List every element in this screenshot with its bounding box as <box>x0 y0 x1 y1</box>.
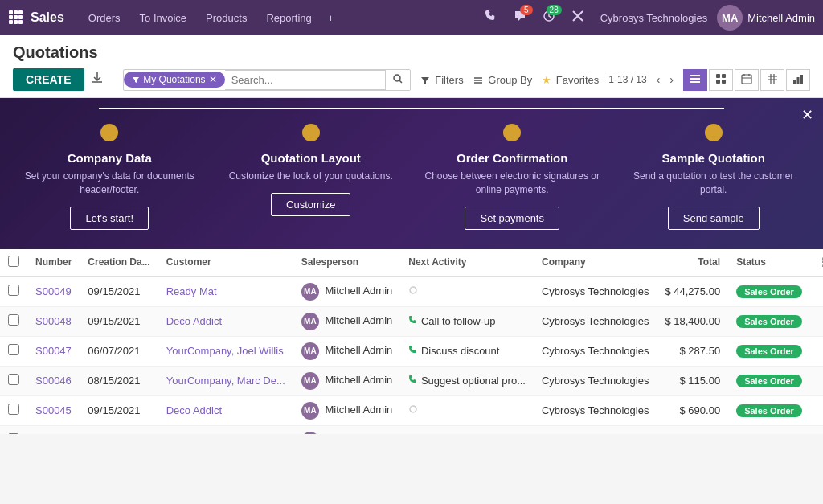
order-number-link[interactable]: S00049 <box>35 285 72 297</box>
pagination-info: 1-13 / 13 <box>608 74 646 85</box>
row-checkbox[interactable] <box>8 314 19 326</box>
row-activity: Suggest optional pro... <box>400 366 534 395</box>
svg-point-20 <box>410 406 416 412</box>
salesperson-avatar: MA <box>301 402 319 420</box>
select-all-checkbox[interactable] <box>8 256 19 267</box>
step-1-button[interactable]: Let's start! <box>70 207 149 230</box>
table-row[interactable]: S00021 09/15/2021 Deco Addict MA Mitchel… <box>0 425 823 434</box>
step-2-desc: Customize the look of your quotations. <box>229 170 393 183</box>
pagination-next[interactable]: › <box>669 73 674 86</box>
wizard-step-1: Company Data Set your company's data for… <box>19 124 199 230</box>
col-customer[interactable]: Customer <box>158 249 293 277</box>
nav-to-invoice[interactable]: To Invoice <box>132 6 195 31</box>
svg-point-10 <box>394 75 400 81</box>
wizard-close-button[interactable]: ✕ <box>801 106 813 124</box>
step-2-button[interactable]: Customize <box>271 193 350 216</box>
column-options-button[interactable]: ⋮ <box>818 256 823 268</box>
table-row[interactable]: S00049 09/15/2021 Ready Mat MA Mitchell … <box>0 277 823 307</box>
row-activity: Call to follow-up <box>400 306 534 336</box>
nav-reporting[interactable]: Reporting <box>258 6 319 31</box>
col-creation-date[interactable]: Creation Da... <box>80 249 158 277</box>
salesperson-avatar: MA <box>301 342 319 360</box>
step-2-title: Quotation Layout <box>261 151 361 165</box>
row-salesperson: MA Mitchell Admin <box>293 277 400 307</box>
username: Mitchell Admin <box>747 12 815 24</box>
grid-view-button[interactable] <box>760 69 784 91</box>
col-number[interactable]: Number <box>27 249 80 277</box>
clock-icon-button[interactable]: 28 <box>536 6 562 29</box>
order-number-link[interactable]: S00046 <box>35 375 72 387</box>
step-4-desc: Send a quotation to test the customer po… <box>624 170 804 197</box>
row-customer[interactable]: Deco Addict <box>158 425 293 434</box>
step-1-desc: Set your company's data for documents he… <box>19 170 199 197</box>
col-salesperson[interactable]: Salesperson <box>293 249 400 277</box>
kanban-view-button[interactable] <box>709 69 733 91</box>
avatar: MA <box>717 5 743 31</box>
svg-rect-15 <box>742 75 751 84</box>
group-by-button[interactable]: Group By <box>473 74 533 86</box>
table-row[interactable]: S00045 09/15/2021 Deco Addict MA Mitchel… <box>0 395 823 425</box>
col-status[interactable]: Status <box>728 249 810 277</box>
row-checkbox[interactable] <box>8 285 19 296</box>
svg-rect-6 <box>9 20 13 24</box>
nav-add-button[interactable]: + <box>323 6 339 31</box>
row-checkbox[interactable] <box>8 344 19 355</box>
nav-products[interactable]: Products <box>198 6 255 31</box>
row-customer[interactable]: Deco Addict <box>158 395 293 425</box>
filter-tag-close[interactable]: ✕ <box>209 74 217 85</box>
col-next-activity[interactable]: Next Activity <box>400 249 534 277</box>
table-row[interactable]: S00048 09/15/2021 Deco Addict MA Mitchel… <box>0 306 823 336</box>
quotations-table: Number Creation Da... Customer Salespers… <box>0 249 823 434</box>
app-name: Sales <box>31 10 64 25</box>
close-nav-icon[interactable] <box>565 6 591 29</box>
row-activity <box>400 277 534 307</box>
row-date: 09/15/2021 <box>80 306 158 336</box>
table-row[interactable]: S00046 08/15/2021 YourCompany, Marc De..… <box>0 366 823 395</box>
col-total[interactable]: Total <box>657 249 728 277</box>
user-menu[interactable]: MA Mitchell Admin <box>717 5 815 31</box>
activity-label: Discuss discount <box>421 345 500 357</box>
create-button[interactable]: CREATE <box>13 68 84 91</box>
search-input[interactable] <box>225 70 386 90</box>
chart-view-button[interactable] <box>786 69 810 91</box>
grid-icon[interactable] <box>8 10 23 27</box>
svg-rect-0 <box>9 10 13 14</box>
row-customer[interactable]: YourCompany, Joel Willis <box>158 336 293 366</box>
step-3-desc: Choose between electronic signatures or … <box>422 170 602 197</box>
step-4-button[interactable]: Send sample <box>668 207 760 230</box>
list-view-button[interactable] <box>683 69 707 91</box>
row-salesperson: MA Mitchell Admin <box>293 425 400 434</box>
favorites-button[interactable]: ★ Favorites <box>542 74 599 86</box>
calendar-view-button[interactable] <box>735 69 759 91</box>
svg-rect-18 <box>800 75 803 84</box>
wizard-banner: ✕ Company Data Set your company's data f… <box>0 98 823 249</box>
status-badge: Sales Order <box>736 404 802 417</box>
phone-icon-button[interactable] <box>478 6 504 29</box>
svg-rect-2 <box>18 10 23 14</box>
my-quotations-filter-tag[interactable]: My Quotations ✕ <box>124 72 224 88</box>
row-checkbox[interactable] <box>8 433 19 434</box>
order-number-link[interactable]: S00047 <box>35 345 72 357</box>
page-header: Quotations CREATE My Quotations ✕ <box>0 35 823 98</box>
row-customer[interactable]: YourCompany, Marc De... <box>158 366 293 395</box>
activity-label: Suggest optional pro... <box>421 375 526 387</box>
step-3-button[interactable]: Set payments <box>465 207 559 230</box>
row-date: 09/15/2021 <box>80 277 158 307</box>
row-customer[interactable]: Deco Addict <box>158 306 293 336</box>
filters-button[interactable]: Filters <box>420 74 464 86</box>
col-company[interactable]: Company <box>534 249 657 277</box>
table-row[interactable]: S00047 06/07/2021 YourCompany, Joel Will… <box>0 336 823 366</box>
order-number-link[interactable]: S00045 <box>35 404 72 416</box>
row-customer[interactable]: Ready Mat <box>158 277 293 307</box>
row-checkbox[interactable] <box>8 404 19 415</box>
step-3-title: Order Confirmation <box>457 151 567 165</box>
activity-icon <box>408 345 418 357</box>
download-button[interactable] <box>91 72 104 88</box>
row-checkbox[interactable] <box>8 374 19 385</box>
chat-icon-button[interactable]: 5 <box>507 6 533 29</box>
search-submit-button[interactable] <box>386 70 410 90</box>
nav-orders[interactable]: Orders <box>80 6 129 31</box>
order-number-link[interactable]: S00048 <box>35 315 72 327</box>
clock-badge: 28 <box>547 5 562 15</box>
pagination-prev[interactable]: ‹ <box>657 73 661 86</box>
